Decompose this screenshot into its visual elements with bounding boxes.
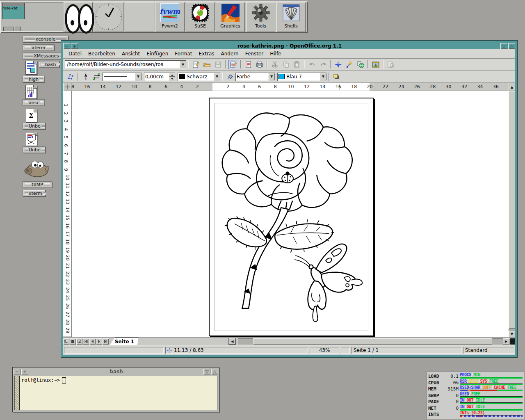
desktop-icon-high[interactable]: high xyxy=(23,76,45,82)
page-view-mode-button[interactable] xyxy=(63,338,69,345)
edit-file-button[interactable] xyxy=(228,60,238,69)
next-page-button[interactable] xyxy=(96,338,102,345)
spreadsheet-document-icon[interactable] xyxy=(25,85,37,99)
open-document-button[interactable] xyxy=(202,60,212,69)
edit-points-button[interactable] xyxy=(65,72,75,81)
vertical-scrollbar-thumb[interactable] xyxy=(509,91,515,329)
launcher-fvwm2[interactable]: fvwm Fvwm2 xyxy=(155,2,185,32)
window-resize-corner[interactable] xyxy=(510,338,515,345)
gallery-button[interactable] xyxy=(370,60,381,69)
stylist-button[interactable] xyxy=(344,60,354,69)
scroll-left-button[interactable]: ◀ xyxy=(228,338,236,345)
xosview-system-monitor[interactable]: LOAD0.1PROCS/MINCPU00%USR/NICE/SYS/FREEM… xyxy=(427,371,524,419)
document-url-combobox[interactable]: ▼ xyxy=(65,60,186,68)
fill-color-combobox[interactable]: Blau 7 ▼ xyxy=(277,73,326,81)
url-dropdown-button[interactable]: ▼ xyxy=(180,61,186,68)
menu-item-bearbeiten[interactable]: Bearbeiten xyxy=(85,50,118,57)
window-maximize-button[interactable]: △ xyxy=(508,43,515,49)
gimp-wilber-icon[interactable] xyxy=(23,157,50,178)
pager-mini-window[interactable] xyxy=(15,27,21,31)
desktop-icon-xterm2[interactable]: xterm xyxy=(23,190,46,196)
clock-applet[interactable] xyxy=(94,2,123,32)
cut-button[interactable] xyxy=(269,60,280,69)
line-color-combobox[interactable]: Schwarz ▼ xyxy=(178,73,220,81)
window-menu-button[interactable]: − xyxy=(63,43,70,49)
pager-mini-window[interactable]: rose-kat xyxy=(2,3,25,19)
ruler-origin-box[interactable] xyxy=(63,83,71,91)
fill-style-combobox[interactable]: Farbe ▼ xyxy=(235,73,275,81)
desktop-pager[interactable]: rose-kat xyxy=(1,2,63,32)
launcher-shells[interactable]: Shells xyxy=(276,2,306,32)
xeyes-applet[interactable] xyxy=(64,2,93,32)
desktop-icon-ansc[interactable]: ansc xyxy=(23,99,45,106)
fill-dialog-button[interactable] xyxy=(225,72,235,81)
scroll-up-button[interactable]: ▲ xyxy=(509,83,515,91)
save-document-button[interactable] xyxy=(213,60,223,69)
first-page-button[interactable] xyxy=(83,338,89,345)
layer-view-mode-button[interactable] xyxy=(76,338,82,345)
window-menu-button[interactable]: − xyxy=(14,369,21,374)
window-titlebar[interactable]: − + rose-kathrin.png - OpenOffice.org 1.… xyxy=(63,43,515,49)
status-zoom-cell[interactable]: 43% xyxy=(310,347,339,354)
shadow-button[interactable] xyxy=(331,72,341,81)
horizontal-scrollbar-thumb[interactable] xyxy=(253,338,492,345)
window-move-button[interactable]: + xyxy=(71,43,78,49)
previous-page-button[interactable] xyxy=(89,338,96,345)
menu-item-format[interactable]: Format xyxy=(172,50,195,57)
copy-button[interactable] xyxy=(281,60,291,69)
menu-item-hilfe[interactable]: Hilfe xyxy=(267,50,284,57)
line-width-spinbox[interactable]: 0,00cm ▲ ▼ xyxy=(144,73,175,81)
horizontal-ruler[interactable]: 1816141210864224681012141618202224262830… xyxy=(71,83,509,91)
pager-mini-window[interactable] xyxy=(3,27,14,31)
text-document-icon[interactable] xyxy=(25,61,37,75)
line-color-dropdown-button[interactable]: ▼ xyxy=(214,73,220,80)
document-url-input[interactable] xyxy=(66,61,180,68)
new-document-button[interactable] xyxy=(191,60,201,69)
desktop-icon-gimp[interactable]: GIMP xyxy=(23,181,52,188)
launcher-graphics[interactable]: Graphics xyxy=(216,2,245,32)
data-sources-button[interactable] xyxy=(386,60,396,69)
window-move-button[interactable]: + xyxy=(21,369,28,374)
terminal-scrollbar[interactable] xyxy=(15,376,20,410)
terminal-viewport[interactable]: rolf@linux:~> xyxy=(14,376,217,410)
window-iconify-button[interactable]: ▽ xyxy=(500,43,507,49)
fill-color-dropdown-button[interactable]: ▼ xyxy=(320,73,326,80)
scroll-down-button[interactable]: ▼ xyxy=(509,331,515,337)
menu-item-ansicht[interactable]: Ansicht xyxy=(119,50,143,57)
launcher-tools[interactable]: Tools xyxy=(246,2,275,32)
document-page[interactable] xyxy=(209,98,374,336)
window-iconify-button[interactable]: ▽ xyxy=(203,369,210,374)
paste-button[interactable] xyxy=(292,60,302,69)
master-view-mode-button[interactable] xyxy=(70,338,76,345)
print-button[interactable] xyxy=(254,60,265,69)
presentation-document-icon[interactable] xyxy=(26,132,37,146)
horizontal-scrollbar[interactable] xyxy=(238,338,503,345)
formula-document-icon[interactable]: Σ xyxy=(26,109,37,123)
vertical-ruler[interactable]: 1234567891011121314151617181920212223242… xyxy=(63,91,72,337)
bash-terminal-window[interactable]: − + bash ▽ △ rolf@linux:~> xyxy=(12,367,219,412)
spin-up-button[interactable]: ▲ xyxy=(169,73,175,77)
desktop-icon-xterm[interactable]: xterm xyxy=(23,44,55,51)
empty-panel-button[interactable] xyxy=(125,2,154,32)
desktop-icon-unbenannt2[interactable]: Unbe xyxy=(23,146,46,153)
vertical-scrollbar[interactable]: ▼ xyxy=(509,91,515,337)
line-style-combobox[interactable]: ▼ xyxy=(102,73,142,81)
page-tab-seite1[interactable]: Seite 1 xyxy=(110,338,139,345)
spin-down-button[interactable]: ▼ xyxy=(169,77,175,80)
line-dialog-button[interactable] xyxy=(80,72,91,81)
menu-item-extras[interactable]: Extras xyxy=(196,50,217,57)
window-maximize-button[interactable]: △ xyxy=(211,369,218,374)
desktop-icon-unbenannt1[interactable]: Unbe xyxy=(23,123,46,129)
menu-item-fenster[interactable]: Fenster xyxy=(242,50,267,57)
export-pdf-button[interactable] xyxy=(243,60,253,69)
navigator-button[interactable] xyxy=(333,60,343,69)
line-style-dropdown-button[interactable]: ▼ xyxy=(135,73,142,80)
launcher-suse[interactable]: SuSE xyxy=(186,2,215,32)
last-page-button[interactable] xyxy=(103,338,109,345)
undo-button[interactable] xyxy=(307,60,317,69)
desktop-icon-bash[interactable]: bash xyxy=(39,61,59,68)
fill-style-dropdown-button[interactable]: ▼ xyxy=(268,73,275,80)
drawing-canvas[interactable] xyxy=(72,91,509,337)
arrow-style-button[interactable] xyxy=(91,72,102,81)
menu-item-datei[interactable]: Datei xyxy=(66,50,84,57)
